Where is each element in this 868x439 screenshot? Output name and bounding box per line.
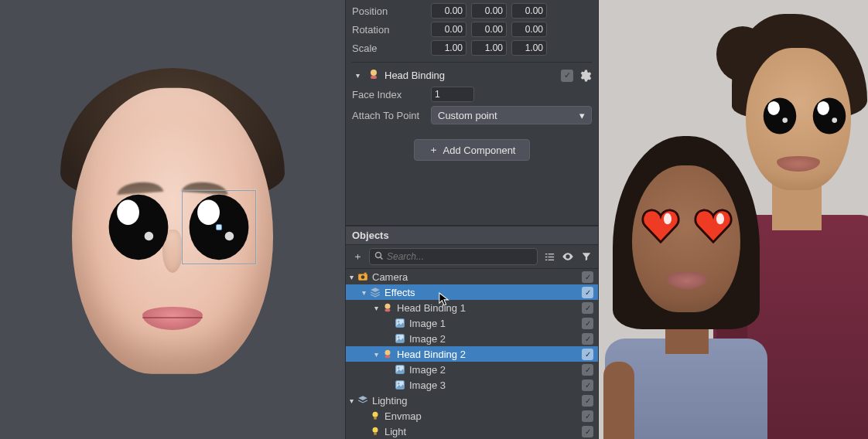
objects-search[interactable] bbox=[369, 248, 538, 265]
scale-z-field[interactable] bbox=[511, 40, 547, 56]
visibility-checkbox[interactable]: ✓ bbox=[582, 349, 593, 360]
add-object-button[interactable]: ＋ bbox=[350, 250, 364, 264]
tree-row-image-3[interactable]: Image 3✓ bbox=[346, 377, 598, 393]
transform-scale-row: Scale bbox=[352, 39, 592, 57]
visibility-checkbox[interactable]: ✓ bbox=[582, 302, 593, 314]
inspector-panel: Position Rotation Scale ▾ bbox=[346, 0, 598, 168]
visibility-checkbox[interactable]: ✓ bbox=[582, 410, 593, 422]
big-eye-overlay bbox=[808, 94, 851, 138]
selection-handle-center[interactable] bbox=[216, 224, 222, 230]
scale-x-field[interactable] bbox=[431, 40, 466, 56]
transform-position-row: Position bbox=[352, 2, 592, 20]
svg-rect-13 bbox=[548, 256, 554, 257]
svg-point-30 bbox=[398, 383, 399, 384]
viewport-3d[interactable] bbox=[0, 0, 345, 439]
visibility-checkbox[interactable]: ✓ bbox=[582, 287, 593, 298]
attach-point-dropdown[interactable]: Custom point ▾ bbox=[431, 106, 592, 124]
tree-row-image-2[interactable]: Image 2✓ bbox=[346, 331, 598, 346]
rotation-x-field[interactable] bbox=[431, 22, 466, 37]
tree-row-image-1[interactable]: Image 1✓ bbox=[346, 315, 598, 331]
add-component-button[interactable]: ＋ Add Component bbox=[414, 139, 530, 161]
effects-icon bbox=[369, 286, 381, 298]
tree-label: Head Binding 1 bbox=[397, 302, 582, 314]
position-x-field[interactable] bbox=[431, 3, 466, 19]
objects-tree[interactable]: ▾Camera✓▾Effects✓▾Head Binding 1✓Image 1… bbox=[346, 269, 598, 439]
eye-sprite-left[interactable] bbox=[101, 190, 176, 264]
tree-row-envmap[interactable]: Envmap✓ bbox=[346, 408, 598, 424]
svg-point-39 bbox=[817, 101, 829, 115]
face-preview bbox=[56, 57, 289, 382]
face-index-field[interactable] bbox=[431, 87, 474, 102]
visibility-checkbox[interactable]: ✓ bbox=[582, 379, 593, 391]
rotation-y-field[interactable] bbox=[471, 22, 507, 37]
image-icon bbox=[394, 363, 406, 376]
svg-point-42 bbox=[716, 213, 724, 225]
tree-row-camera[interactable]: ▾Camera✓ bbox=[346, 269, 598, 284]
svg-point-41 bbox=[664, 213, 672, 225]
tree-label: Image 2 bbox=[409, 333, 582, 345]
chevron-down-icon[interactable]: ▾ bbox=[346, 273, 357, 281]
tree-row-effects[interactable]: ▾Effects✓ bbox=[346, 284, 598, 300]
heart-overlay bbox=[692, 204, 735, 247]
image-icon bbox=[394, 379, 406, 391]
visibility-checkbox[interactable]: ✓ bbox=[582, 395, 593, 407]
tree-row-light[interactable]: Light✓ bbox=[346, 424, 598, 439]
svg-point-40 bbox=[832, 117, 837, 123]
tree-row-head-binding-2[interactable]: ▾Head Binding 2✓ bbox=[346, 346, 598, 362]
attach-value: Custom point bbox=[438, 110, 497, 121]
svg-point-25 bbox=[385, 350, 391, 356]
tree-label: Effects bbox=[384, 287, 582, 298]
tree-label: Head Binding 2 bbox=[397, 349, 582, 360]
chevron-down-icon[interactable]: ▾ bbox=[352, 71, 363, 80]
tree-label: Lighting bbox=[372, 395, 582, 407]
lighting-icon bbox=[357, 394, 369, 407]
head-binding-section-header[interactable]: ▾ Head Binding ✓ bbox=[352, 62, 592, 85]
objects-toolbar: ＋ bbox=[346, 245, 598, 269]
visibility-checkbox[interactable]: ✓ bbox=[582, 426, 593, 437]
attach-label: Attach To Point bbox=[352, 110, 426, 121]
attach-point-row: Attach To Point Custom point ▾ bbox=[352, 104, 592, 127]
rotation-z-field[interactable] bbox=[511, 22, 547, 37]
selection-box[interactable] bbox=[182, 190, 256, 264]
visibility-checkbox[interactable]: ✓ bbox=[582, 333, 593, 345]
search-input[interactable] bbox=[387, 251, 532, 262]
svg-rect-14 bbox=[545, 259, 547, 260]
tree-row-image-2[interactable]: Image 2✓ bbox=[346, 362, 598, 377]
chevron-down-icon[interactable]: ▾ bbox=[371, 304, 381, 312]
position-y-field[interactable] bbox=[471, 3, 507, 19]
tree-label: Envmap bbox=[384, 410, 582, 422]
visibility-icon[interactable] bbox=[561, 250, 575, 264]
chevron-down-icon[interactable]: ▾ bbox=[346, 396, 357, 405]
live-preview bbox=[599, 0, 868, 439]
tree-row-head-binding-1[interactable]: ▾Head Binding 1✓ bbox=[346, 300, 598, 315]
visibility-checkbox[interactable]: ✓ bbox=[582, 364, 593, 376]
visibility-checkbox[interactable]: ✓ bbox=[582, 271, 593, 283]
camera-icon bbox=[357, 271, 369, 283]
svg-rect-26 bbox=[385, 356, 391, 359]
transform-rotation-row: Rotation bbox=[352, 20, 592, 39]
tree-label: Image 2 bbox=[409, 364, 582, 376]
gear-icon[interactable] bbox=[578, 69, 592, 83]
cursor-icon bbox=[439, 292, 449, 306]
svg-rect-15 bbox=[548, 259, 554, 260]
svg-point-17 bbox=[361, 275, 365, 279]
eye-sprite-right[interactable] bbox=[182, 190, 256, 264]
filter-icon[interactable] bbox=[579, 250, 593, 264]
svg-rect-12 bbox=[545, 256, 547, 257]
scale-y-field[interactable] bbox=[471, 40, 507, 56]
bulb-icon bbox=[369, 410, 381, 422]
svg-rect-10 bbox=[545, 254, 547, 254]
svg-point-2 bbox=[145, 232, 154, 241]
objects-title: Objects bbox=[346, 226, 598, 245]
list-mode-icon[interactable] bbox=[542, 250, 556, 264]
face-index-row: Face Index bbox=[352, 85, 592, 104]
component-enabled-checkbox[interactable]: ✓ bbox=[561, 70, 573, 82]
chevron-down-icon[interactable]: ▾ bbox=[371, 350, 381, 359]
tree-row-lighting[interactable]: ▾Lighting✓ bbox=[346, 393, 598, 408]
objects-panel: Objects ＋ ▾Camera✓▾Effects✓▾Head Binding… bbox=[346, 225, 598, 439]
svg-line-9 bbox=[381, 257, 383, 259]
add-component-label: Add Component bbox=[443, 145, 516, 156]
visibility-checkbox[interactable]: ✓ bbox=[582, 318, 593, 329]
position-z-field[interactable] bbox=[511, 3, 547, 19]
chevron-down-icon[interactable]: ▾ bbox=[358, 288, 369, 297]
